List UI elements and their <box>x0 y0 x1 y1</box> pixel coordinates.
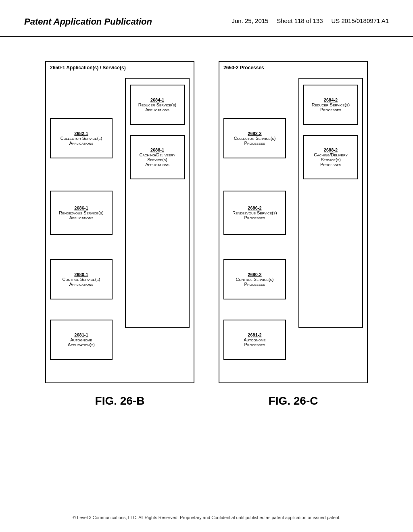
control-b-line2: Applications <box>69 282 94 287</box>
control-b-box: 2680-1 Control Service(s) Applications <box>50 259 113 299</box>
rendezvous-b-id: 2686-1 <box>74 206 88 210</box>
collector-c-line1: Collector Service(s) <box>234 136 276 141</box>
caching-b-line2: Service(s) <box>147 157 167 162</box>
reducer-b-id: 2684-1 <box>150 98 164 102</box>
diagram-b-outer-label: 2650-1 Application(s) / Service(s) <box>50 65 126 71</box>
rendezvous-b-line2: Applications <box>69 215 94 220</box>
control-c-box: 2680-2 Control Service(s) Processes <box>223 259 286 299</box>
rendezvous-c-box: 2686-2 Rendezvous Service(s) Processes <box>223 191 286 235</box>
autognome-c-line2: Processes <box>244 342 265 347</box>
control-b-id: 2680-1 <box>74 272 88 277</box>
diagrams-area: 2650-1 Application(s) / Service(s) 2684-… <box>0 41 413 403</box>
publication-date: Jun. 25, 2015 <box>232 17 269 24</box>
autognome-b-id: 2681-1 <box>74 332 88 337</box>
autognome-b-line1: Autognome <box>70 337 92 342</box>
collector-c-id: 2682-2 <box>248 131 261 136</box>
reducer-b-line1: Reducer Service(s) <box>138 102 176 107</box>
caching-b-id: 2688-1 <box>150 148 164 152</box>
caching-b-box: 2688-1 Caching/Deliveery Service(s) Appl… <box>130 135 185 179</box>
caching-c-id: 2688-2 <box>324 148 338 152</box>
diagram-c-container: 2650-2 Processes 2684-2 Reducer Service(… <box>219 61 368 383</box>
autognome-c-box: 2681-2 Autognome Processes <box>223 320 286 360</box>
rendezvous-c-line2: Processes <box>244 215 265 220</box>
collector-b-line1: Collector Service(s) <box>60 136 102 141</box>
diagram-c-outer-label: 2650-2 Processes <box>223 65 264 71</box>
caching-c-line1: Caching/Delivery <box>314 152 348 157</box>
reducer-c-line2: Processes <box>320 107 341 112</box>
page-header: Patent Application Publication Jun. 25, … <box>0 0 413 37</box>
control-c-line1: Control Service(s) <box>236 277 274 282</box>
reducer-b-line2: Applications <box>145 107 169 112</box>
collector-b-line2: Applications <box>69 141 94 145</box>
caching-b-line3: Applications <box>145 162 169 167</box>
diagram-c-outer: 2650-2 Processes 2684-2 Reducer Service(… <box>219 61 368 383</box>
reducer-c-id: 2684-2 <box>324 98 338 102</box>
fig-b-label: FIG. 26-B <box>95 395 145 407</box>
reducer-b-box: 2684-1 Reducer Service(s) Applications <box>130 85 185 125</box>
control-b-line1: Control Service(s) <box>63 277 100 282</box>
diagram-b-inner-right: 2684-1 Reducer Service(s) Applications 2… <box>125 78 190 328</box>
publication-title: Patent Application Publication <box>24 16 152 28</box>
collector-c-box: 2682-2 Collector Service(s) Processes <box>223 118 286 158</box>
collector-b-box: 2682-1 Collector Service(s) Applications <box>50 118 113 158</box>
caching-c-line2: Service(s) <box>321 157 341 162</box>
fig-c-label: FIG. 26-C <box>269 395 318 407</box>
rendezvous-c-line1: Rendezvous Service(s) <box>232 210 277 215</box>
caching-c-box: 2688-2 Caching/Delivery Service(s) Proce… <box>303 135 358 179</box>
rendezvous-c-id: 2686-2 <box>248 206 261 210</box>
collector-c-line2: Processes <box>244 141 265 145</box>
rendezvous-b-box: 2686-1 Rendezvous Service(s) Application… <box>50 191 113 235</box>
caching-c-line3: Processes <box>320 162 341 167</box>
diagram-b-outer: 2650-1 Application(s) / Service(s) 2684-… <box>45 61 194 383</box>
autognome-c-line1: Autognome <box>244 337 265 342</box>
control-c-line2: Processes <box>244 282 265 287</box>
patent-number: US 2015/0180971 A1 <box>331 17 389 24</box>
reducer-c-box: 2684-2 Reducer Service(s) Processes <box>303 85 358 125</box>
rendezvous-b-line1: Rendezvous Service(s) <box>59 210 103 215</box>
control-c-id: 2680-2 <box>248 272 261 277</box>
autognome-b-box: 2681-1 Autognome Application(s) <box>50 320 113 360</box>
autognome-b-line2: Application(s) <box>68 342 95 347</box>
reducer-c-line1: Reducer Service(s) <box>312 102 350 107</box>
autognome-c-id: 2681-2 <box>248 332 261 337</box>
header-info: Jun. 25, 2015 Sheet 118 of 133 US 2015/0… <box>232 16 389 26</box>
diagram-c-inner-right: 2684-2 Reducer Service(s) Processes 2688… <box>298 78 363 328</box>
collector-b-id: 2682-1 <box>74 131 88 136</box>
caching-b-line1: Caching/Deliveery <box>139 152 175 157</box>
footer-text: © Level 3 Communications, LLC. All Right… <box>73 515 340 520</box>
footer: © Level 3 Communications, LLC. All Right… <box>0 515 413 520</box>
sheet-info: Sheet 118 of 133 <box>277 17 323 24</box>
diagram-b-container: 2650-1 Application(s) / Service(s) 2684-… <box>45 61 194 383</box>
